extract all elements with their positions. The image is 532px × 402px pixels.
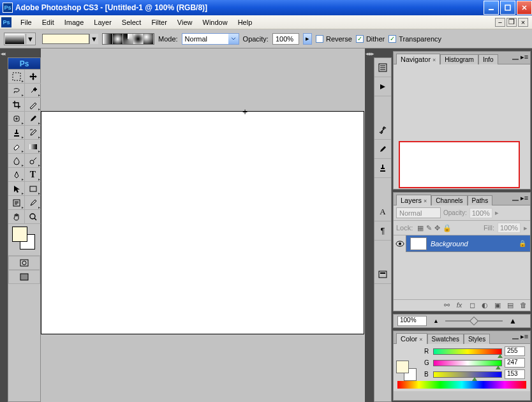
brush-tool[interactable]: ▸ [25, 112, 41, 126]
wand-tool[interactable]: ▸ [25, 84, 41, 98]
lock-buttons[interactable]: ▦✎✥🔒 [416, 224, 453, 232]
hand-tool[interactable] [8, 210, 25, 224]
document-canvas[interactable] [41, 111, 364, 334]
maximize-button[interactable] [500, 1, 515, 15]
layer-thumbnail[interactable] [410, 237, 427, 250]
panel-menu-button[interactable]: ▸≡ [520, 332, 529, 340]
color-swap[interactable] [8, 224, 40, 256]
menu-edit[interactable]: Edit [37, 17, 59, 28]
gradient-tool[interactable]: ▸ [25, 140, 41, 154]
path-selection-tool[interactable]: ▸ [8, 182, 25, 196]
layer-name[interactable]: Background [431, 240, 519, 248]
menu-layer[interactable]: Layer [89, 17, 117, 28]
panel-menu-button[interactable]: ▸≡ [520, 194, 529, 202]
gradient-picker-button[interactable]: ▼ [89, 34, 98, 44]
b-slider[interactable] [433, 371, 502, 378]
adjustment-layer-icon[interactable]: ◐ [480, 301, 489, 309]
doc-close-button[interactable]: × [518, 18, 528, 27]
pen-tool[interactable]: ▸ [8, 168, 25, 182]
layer-blend-mode-select[interactable]: Normal [396, 207, 441, 218]
zoom-tool[interactable] [25, 210, 41, 224]
shape-tool[interactable]: ▸ [25, 182, 41, 196]
close-button[interactable] [517, 1, 532, 15]
dodge-tool[interactable]: ▸ [25, 154, 41, 168]
clone-source-icon[interactable] [374, 159, 391, 178]
linear-gradient-button[interactable] [103, 34, 113, 44]
color-tab[interactable]: Color× [396, 333, 427, 344]
reflected-gradient-button[interactable] [133, 34, 144, 44]
menu-help[interactable]: Help [233, 17, 258, 28]
gradient-preview[interactable] [42, 34, 89, 44]
menu-file[interactable]: File [15, 17, 37, 28]
panel-menu-button[interactable]: ▸≡ [520, 53, 529, 61]
foreground-color-swatch[interactable] [12, 227, 27, 242]
swatches-tab[interactable]: Swatches [427, 334, 464, 344]
color-spectrum[interactable] [397, 381, 526, 389]
g-slider[interactable] [433, 360, 502, 366]
zoom-in-icon[interactable]: ▲ [509, 316, 517, 325]
slice-tool[interactable]: ▸ [25, 98, 41, 112]
reverse-checkbox[interactable] [316, 35, 323, 43]
r-slider[interactable] [433, 348, 502, 355]
histogram-tab[interactable]: Histogram [440, 54, 478, 64]
layer-fx-icon[interactable]: fx [455, 301, 464, 309]
doc-minimize-button[interactable]: − [495, 18, 505, 27]
link-layers-icon[interactable]: ⚯ [442, 301, 451, 309]
panel-minimize-button[interactable] [512, 54, 519, 60]
right-dock-strip[interactable]: ◂◂ ▸▸ [365, 48, 374, 402]
history-brush-tool[interactable]: ▸ [25, 126, 41, 140]
transparency-checkbox[interactable] [388, 35, 396, 43]
navigator-view-box[interactable] [399, 141, 520, 188]
layer-group-icon[interactable]: ▣ [493, 301, 502, 309]
layers-empty-area[interactable] [394, 252, 530, 299]
brushes-icon[interactable] [374, 140, 391, 159]
character-icon[interactable]: A [374, 202, 391, 221]
paths-tab[interactable]: Paths [468, 195, 493, 205]
info-tab[interactable]: Info [478, 54, 498, 64]
paragraph-icon[interactable]: ¶ [374, 221, 391, 241]
panel-minimize-button[interactable] [512, 333, 519, 339]
opacity-flyout-button[interactable]: ▸ [303, 33, 312, 45]
radial-gradient-button[interactable] [113, 34, 123, 44]
layer-fill-input[interactable]: 100% [498, 223, 521, 233]
blend-mode-select[interactable]: Normal [182, 33, 239, 45]
new-layer-icon[interactable]: ▤ [506, 301, 515, 309]
color-fg-swatch[interactable] [396, 361, 409, 373]
left-dock-strip[interactable]: ◂◂ [0, 48, 8, 402]
g-value-input[interactable]: 247 [505, 358, 525, 368]
marquee-tool[interactable]: ▸ [8, 70, 25, 84]
doc-restore-button[interactable]: ❐ [506, 18, 517, 27]
menu-window[interactable]: Window [198, 17, 233, 28]
layer-comps-icon[interactable] [374, 265, 391, 284]
crop-tool[interactable] [8, 98, 25, 112]
eraser-tool[interactable]: ▸ [8, 140, 25, 154]
channels-tab[interactable]: Channels [431, 195, 467, 205]
healing-brush-tool[interactable]: ▸ [8, 112, 25, 126]
layer-mask-icon[interactable]: ◻ [468, 301, 477, 309]
navigator-tab[interactable]: Navigator× [396, 54, 440, 64]
styles-tab[interactable]: Styles [464, 334, 490, 344]
layer-visibility-icon[interactable] [394, 235, 406, 252]
quickmask-button[interactable] [8, 256, 40, 270]
layer-row[interactable]: Background 🔒 [394, 235, 530, 252]
menu-select[interactable]: Select [117, 17, 147, 28]
tool-presets-icon[interactable] [374, 121, 391, 140]
minimize-button[interactable] [484, 1, 499, 15]
eyedropper-tool[interactable]: ▸ [25, 196, 41, 210]
stamp-tool[interactable]: ▸ [8, 126, 25, 140]
gradient-tool-icon[interactable]: ▼ [4, 33, 36, 45]
move-tool[interactable] [25, 70, 41, 84]
zoom-out-icon[interactable]: ▲ [433, 318, 439, 324]
angle-gradient-button[interactable] [123, 34, 133, 44]
notes-tool[interactable]: ▸ [8, 196, 25, 210]
zoom-slider[interactable] [445, 320, 503, 322]
zoom-value-input[interactable]: 100% [397, 316, 427, 326]
lasso-tool[interactable]: ▸ [8, 84, 25, 98]
menu-image[interactable]: Image [59, 17, 89, 28]
panel-minimize-button[interactable] [512, 195, 519, 201]
menu-view[interactable]: View [172, 17, 198, 28]
dither-checkbox[interactable] [356, 35, 364, 43]
history-icon[interactable] [374, 58, 391, 77]
actions-icon[interactable] [374, 77, 391, 96]
menu-filter[interactable]: Filter [146, 17, 172, 28]
